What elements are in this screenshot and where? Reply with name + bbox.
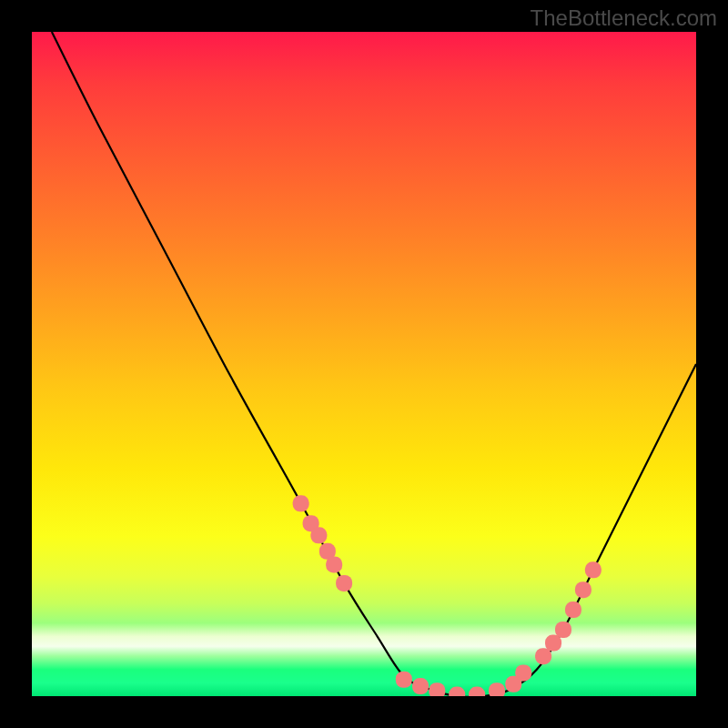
chart-container: TheBottleneck.com [0, 0, 728, 728]
marker-point [585, 561, 602, 578]
marker-point [535, 648, 551, 664]
marker-point [336, 575, 352, 592]
marker-point [396, 672, 412, 688]
curve-line [52, 32, 696, 696]
marker-point [555, 622, 571, 638]
chart-svg [32, 32, 696, 696]
marker-point [575, 581, 592, 598]
marker-point [489, 682, 505, 696]
marker-point [449, 687, 465, 696]
plot-area [32, 32, 696, 696]
marker-point [310, 527, 327, 543]
marker-point [565, 602, 581, 618]
marker-point [545, 635, 561, 652]
data-markers [293, 495, 602, 696]
marker-point [412, 678, 429, 694]
marker-point [429, 682, 445, 696]
watermark-text: TheBottleneck.com [531, 5, 717, 31]
marker-point [515, 664, 531, 681]
marker-point [326, 556, 342, 572]
marker-point [293, 495, 309, 511]
marker-point [469, 687, 485, 696]
